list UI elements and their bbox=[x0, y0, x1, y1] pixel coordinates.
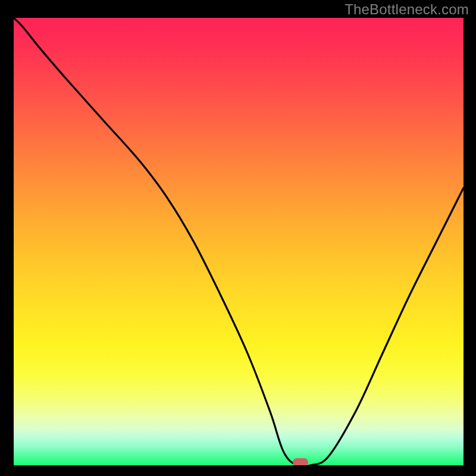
gradient-background bbox=[14, 18, 464, 465]
watermark-text: TheBottleneck.com bbox=[345, 1, 469, 18]
x-axis bbox=[12, 465, 465, 467]
y-axis bbox=[12, 17, 14, 467]
chart-frame: TheBottleneck.com bbox=[0, 0, 476, 476]
